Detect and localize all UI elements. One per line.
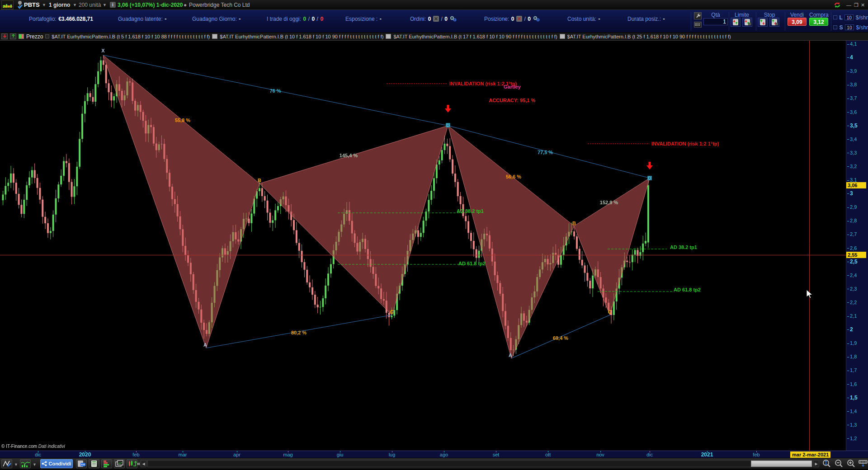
trading-platform-window: DEMO PBTS ▼ 1 giorno ▼ 200 unità ▼ i 3,0… [0,0,868,470]
new-window-button[interactable] [114,459,125,468]
price-tick: 2,2 [847,299,857,306]
symbol-caret-icon[interactable]: ▼ [42,1,46,9]
time-tick: mag [274,451,302,458]
indicator-label-4[interactable]: $AT.IT EurhythmicPattern.I.B (t 25 f 1.6… [567,34,731,39]
chart-area[interactable]: © IT-Finance.com Dati indicativi INVALID… [0,41,846,451]
price-tick: 3,7 [847,95,857,101]
cancel-orders-icon[interactable] [433,14,439,22]
time-tick: giu [326,451,354,458]
news-button[interactable] [89,459,99,468]
scroll-right-arrow[interactable]: ▶ [813,460,819,467]
chart-scrollbar[interactable] [147,460,812,467]
stop-sell-order-button[interactable] [758,18,768,27]
chart-annotation: D [648,176,651,180]
price-series-label[interactable]: Prezzo [26,33,43,40]
chart-annotation: Gartley [504,84,521,89]
sell-marker-icon[interactable] [1,33,8,39]
share-button[interactable]: Condividi [40,459,73,468]
position-field: Posizione: 0 / 0 [484,15,540,23]
order-settings-wrench-icon[interactable] [694,12,702,19]
cursor-date-tag: mar 2-mar-2021 [790,451,830,458]
drawing-tool-button[interactable] [1,459,12,468]
timeframe-caret-icon[interactable]: ▼ [73,1,77,9]
time-tick: apr [223,451,250,458]
time-tick: mar [169,451,196,458]
trading-toolbar: Portafoglio: €3.466.028,71 Guadagno late… [0,10,868,33]
limit-amount-checkbox[interactable] [833,15,837,19]
drawing-tool-caret-icon[interactable]: ▼ [14,462,18,467]
orders-settings-icon[interactable] [449,14,457,22]
buy-header: Compra [809,12,828,18]
stop-header: Stop [758,12,781,18]
quote-text: 3,06 (+10,07%) 1-dic-2020 [118,1,183,9]
order-book-button[interactable] [101,459,112,468]
axis-settings-button[interactable] [857,459,868,469]
pin-icon[interactable] [17,0,23,8]
symbol-selector[interactable]: PBTS [24,1,40,9]
comments-button[interactable] [76,459,87,468]
zoom-out-button[interactable] [833,459,844,469]
indicator-label-2[interactable]: $AT.IT EurhythmicPattern.I.B (t 10 f 1.6… [220,34,383,39]
chart-annotation: A [203,342,207,348]
limit-buy-order-button[interactable] [742,18,752,27]
chart-annotation: 76 % [269,88,281,94]
chart-annotation: B [572,221,576,226]
buy-button[interactable]: 3,12 [809,18,828,26]
indicator-label-1[interactable]: $AT.IT EurhythmicPattern.I.B (t 5 f 1.61… [52,34,210,39]
copyright-text: © IT-Finance.com [1,444,37,449]
keypad-icon[interactable] [694,22,702,28]
price-series-swatch[interactable] [19,34,24,39]
price-tick: 2,1 [847,313,857,319]
chart-type-caret-icon[interactable]: ▼ [33,462,37,467]
price-tick: 3,8 [847,81,857,88]
limit-amount-input[interactable]: 10 [844,14,854,20]
indicator-checkbox[interactable] [45,34,49,38]
indicator-swatch[interactable] [386,34,391,39]
orders-field: Ordini: 0 / 0 [410,15,457,23]
time-tick: set [482,451,509,458]
indicator-label-3[interactable]: $AT.IT EurhythmicPattern.I.B (t 17 f 1.6… [393,34,557,39]
timeframe-selector[interactable]: 1 giorno [49,1,70,9]
scroll-left-arrow[interactable]: ◀ [141,460,146,467]
position-settings-icon[interactable] [533,14,540,22]
price-tick: 1,8 [847,353,857,360]
price-tick: 4,1 [847,41,857,47]
zoom-in-button[interactable] [845,459,856,469]
minimize-button[interactable]: — [846,2,851,8]
time-axis[interactable]: mar 2-mar-2021 dic2020febmaraprmaggiulug… [0,451,868,458]
time-tick: feb [743,451,770,458]
info-icon[interactable]: i [110,2,116,9]
chart-annotation: INVALIDATION (risk 1:2 1°tp) [651,141,719,146]
chart-type-button[interactable] [20,459,31,468]
quantity-input[interactable] [703,18,728,25]
chart-annotation: B [258,178,261,183]
units-selector[interactable]: 200 unità [79,1,101,9]
price-tick: 3,5 [847,122,858,129]
stop-buy-order-button[interactable] [769,18,779,27]
limit-sell-order-button[interactable] [731,18,741,27]
price-axis[interactable]: 3,06 2,55 4,143,93,83,73,63,53,43,33,23,… [846,41,868,451]
chart-annotation: D [447,123,450,127]
units-caret-icon[interactable]: ▼ [103,1,107,9]
refresh-icon[interactable] [833,1,841,8]
indicator-swatch[interactable] [212,34,217,39]
qty-header: Qtà [703,12,728,18]
scrollbar-thumb[interactable] [751,461,812,467]
close-button[interactable]: ✕ [861,2,865,8]
indicator-swatch[interactable] [560,34,565,39]
stop-amount-checkbox[interactable] [833,25,837,29]
sell-button[interactable]: 3,09 [788,18,807,26]
stop-amount-input[interactable]: 10 [845,24,854,30]
close-position-icon[interactable] [516,14,522,22]
restore-button[interactable]: ❐ [854,2,859,8]
chart-annotation: 145,4 % [340,153,358,158]
price-tick: 1,2 [847,435,857,442]
collapse-toolbar-icon[interactable]: « [137,460,140,467]
zoom-fit-button[interactable] [821,459,832,469]
backtest-button[interactable] [127,459,137,468]
chart-annotation: 80,2 % [291,330,307,335]
time-tick: dic [24,451,52,458]
candlestick-canvas[interactable] [0,41,846,451]
cursor-price-tag: 2,55 [846,252,866,258]
buy-marker-icon[interactable] [10,33,16,39]
